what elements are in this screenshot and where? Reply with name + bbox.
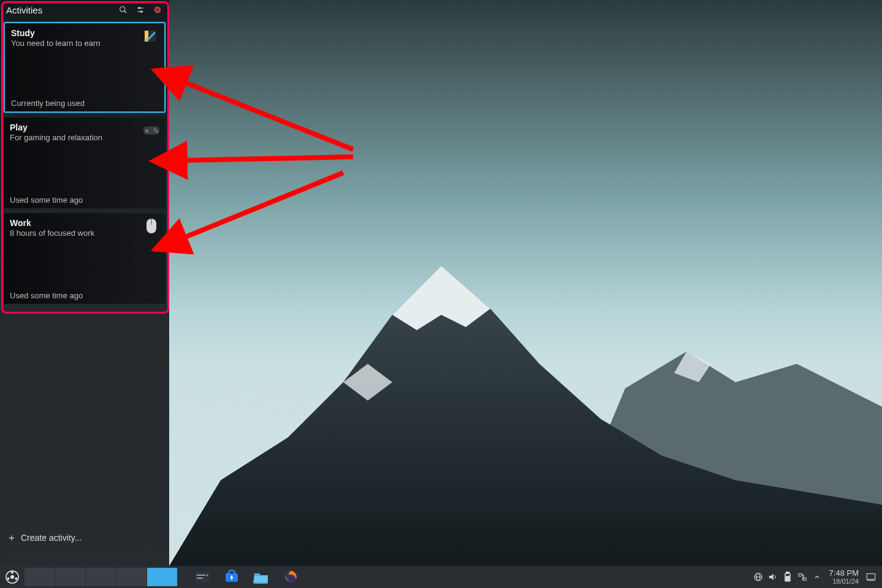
keyboard-layout-icon[interactable] [751, 566, 766, 588]
activity-list: Study You need to learn to earn Currentl… [0, 20, 169, 309]
activity-description: For gaming and relaxation [10, 133, 159, 142]
svg-rect-26 [197, 578, 203, 579]
activity-status: Currently being used [11, 99, 158, 108]
svg-point-5 [141, 11, 142, 12]
system-tray: 7:48 PM 18/01/24 [751, 566, 882, 588]
desktop-wallpaper: Activities Study You need to learn to ea… [0, 0, 882, 566]
activity-title: Work [10, 218, 159, 228]
clock[interactable]: 7:48 PM 18/01/24 [824, 569, 864, 585]
activities-header: Activities [0, 0, 169, 20]
pencil-note-icon [142, 28, 158, 44]
activity-title: Study [11, 28, 158, 38]
svg-rect-30 [254, 576, 268, 582]
activity-card-play[interactable]: Play For gaming and relaxation Used some… [4, 118, 165, 208]
plus-icon: ＋ [6, 532, 17, 545]
svg-line-1 [124, 11, 127, 13]
volume-icon[interactable] [766, 566, 780, 588]
create-activity-button[interactable]: ＋ Create activity... [0, 534, 169, 566]
system-settings-icon[interactable] [188, 566, 217, 588]
taskbar-entry[interactable] [86, 568, 116, 586]
svg-rect-37 [786, 572, 789, 573]
svg-point-21 [11, 571, 13, 574]
clock-date: 18/01/24 [829, 578, 859, 585]
svg-line-17 [178, 157, 353, 160]
search-icon[interactable] [116, 3, 130, 17]
activity-description: You need to learn to earn [11, 39, 158, 48]
activities-title: Activities [6, 5, 113, 15]
svg-rect-12 [145, 130, 148, 132]
activity-card-study[interactable]: Study You need to learn to earn Currentl… [4, 22, 165, 113]
svg-line-16 [178, 80, 353, 149]
svg-rect-41 [867, 574, 875, 579]
svg-marker-35 [769, 574, 774, 581]
taskbar-entry[interactable] [25, 568, 55, 586]
activity-description: 8 hours of focused work [10, 228, 159, 238]
activity-card-work[interactable]: Work 8 hours of focused work Used some t… [4, 213, 165, 304]
svg-rect-39 [799, 574, 802, 576]
battery-icon[interactable] [780, 566, 795, 588]
svg-point-27 [206, 574, 208, 576]
show-desktop-icon[interactable] [864, 566, 878, 588]
activity-title: Play [10, 123, 159, 132]
activities-sidebar: Activities Study You need to learn to ea… [0, 0, 169, 566]
svg-rect-38 [786, 576, 789, 581]
svg-point-22 [15, 578, 17, 580]
svg-point-0 [120, 7, 125, 12]
clock-time: 7:48 PM [829, 569, 859, 578]
app-launcher-button[interactable] [0, 566, 25, 588]
network-icon[interactable] [795, 566, 810, 588]
close-icon[interactable] [151, 3, 164, 17]
taskbar-entry-active[interactable] [147, 568, 178, 586]
svg-point-23 [7, 578, 10, 580]
taskbar: 7:48 PM 18/01/24 [0, 566, 882, 588]
svg-point-9 [154, 129, 156, 130]
firefox-icon[interactable] [276, 566, 305, 588]
discover-store-icon[interactable] [217, 566, 246, 588]
activity-status: Used some time ago [10, 291, 159, 300]
create-activity-label: Create activity... [21, 533, 82, 543]
svg-point-20 [10, 575, 14, 579]
tray-expand-icon[interactable] [810, 566, 824, 588]
gamepad-icon [143, 123, 159, 138]
taskbar-entry[interactable] [116, 568, 147, 586]
taskbar-entry[interactable] [55, 568, 86, 586]
svg-point-10 [156, 130, 158, 132]
file-manager-icon[interactable] [246, 566, 276, 588]
svg-point-4 [139, 7, 140, 9]
mouse-icon [143, 218, 159, 234]
svg-rect-25 [197, 575, 205, 576]
svg-rect-24 [195, 572, 210, 582]
activity-status: Used some time ago [10, 195, 159, 205]
settings-sliders-icon[interactable] [134, 3, 147, 17]
